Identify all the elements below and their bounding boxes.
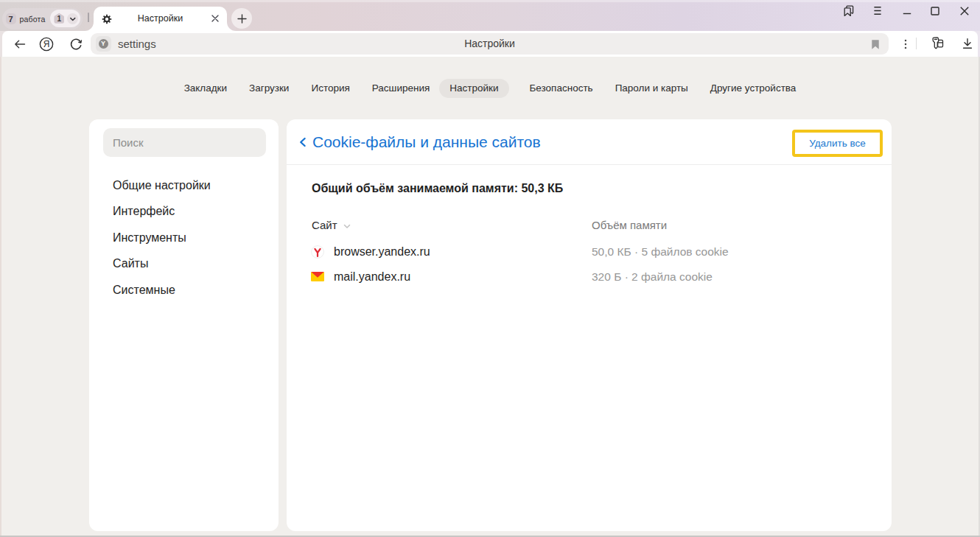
svg-text:Я: Я xyxy=(43,39,50,49)
